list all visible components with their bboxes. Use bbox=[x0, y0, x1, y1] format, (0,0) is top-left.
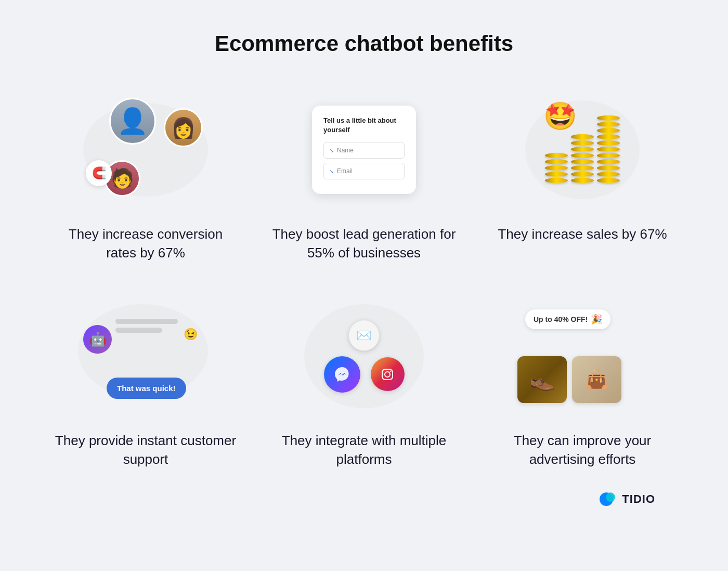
instagram-icon bbox=[371, 357, 405, 391]
card-text-advertising: They can improve your advertising effort… bbox=[489, 431, 676, 469]
email-platform: ✉️ bbox=[348, 320, 380, 351]
card-platforms: ✉️ bbox=[270, 294, 458, 469]
card-conversion: 👤 👩 🧑 🧲 They increase conversion rates b… bbox=[52, 87, 239, 263]
card-text-platforms: They integrate with multiple platforms bbox=[270, 431, 458, 469]
avatar-male: 👤 bbox=[109, 98, 156, 145]
social-platforms-row bbox=[324, 356, 405, 393]
field-arrow-icon: ↘ bbox=[329, 147, 334, 154]
promo-text: Up to 40% OFF! bbox=[534, 315, 588, 323]
form-title: Tell us a little bit about yourself bbox=[323, 116, 405, 135]
promo-badge: Up to 40% OFF! 🎉 bbox=[525, 309, 610, 329]
page-title: Ecommerce chatbot benefits bbox=[215, 31, 513, 56]
shoe-icon: 👞 bbox=[517, 356, 567, 403]
magnet-icon: 🧲 bbox=[86, 160, 112, 186]
tidio-name: TIDIO bbox=[622, 492, 655, 506]
bag-icon: 👜 bbox=[572, 356, 621, 403]
coin-pile-medium bbox=[571, 134, 594, 184]
field-arrow-icon-2: ↘ bbox=[329, 168, 334, 175]
wink-emoji: 😉 bbox=[184, 328, 198, 341]
people-cluster: 👤 👩 🧑 🧲 bbox=[78, 93, 213, 207]
avatar-female-1: 👩 bbox=[164, 108, 203, 147]
coins-illustration: 🤩 bbox=[515, 93, 650, 207]
tidio-icon bbox=[599, 490, 618, 509]
messenger-icon bbox=[324, 356, 360, 393]
card-text-lead-gen: They boost lead generation for 55% of bu… bbox=[270, 225, 458, 263]
card-lead-gen: Tell us a little bit about yourself ↘ Na… bbox=[270, 87, 458, 263]
platforms-icons-container: ✉️ bbox=[296, 299, 432, 413]
platform-icons-group: ✉️ bbox=[324, 320, 405, 393]
card-sales: 🤩 bbox=[489, 87, 676, 263]
card-advertising: Up to 40% OFF! 🎉 👞 👜 They can improve yo… bbox=[489, 294, 676, 469]
chat-illustration: 🤖 😉 That was quick! bbox=[73, 299, 218, 413]
product-images: 👞 👜 bbox=[517, 356, 621, 403]
chat-lines bbox=[115, 319, 178, 336]
illustration-sales: 🤩 bbox=[510, 87, 655, 212]
chatbot-avatar: 🤖 bbox=[83, 325, 112, 354]
illustration-support: 🤖 😉 That was quick! bbox=[73, 294, 218, 419]
tidio-logo: TIDIO bbox=[599, 490, 655, 509]
illustration-conversion: 👤 👩 🧑 🧲 bbox=[73, 87, 218, 212]
illustration-advertising: Up to 40% OFF! 🎉 👞 👜 bbox=[510, 294, 655, 419]
chat-bubble: That was quick! bbox=[107, 378, 186, 399]
form-widget: Tell us a little bit about yourself ↘ Na… bbox=[312, 106, 416, 194]
name-label: Name bbox=[337, 147, 354, 154]
benefits-grid: 👤 👩 🧑 🧲 They increase conversion rates b… bbox=[52, 87, 676, 469]
advert-illustration: Up to 40% OFF! 🎉 👞 👜 bbox=[510, 299, 655, 413]
coin-pile-tall bbox=[597, 115, 620, 184]
star-emoji: 🤩 bbox=[543, 100, 577, 132]
product-bag-image: 👜 bbox=[572, 356, 621, 403]
card-text-support: They provide instant customer support bbox=[52, 431, 239, 469]
card-text-sales: They increase sales by 67% bbox=[498, 225, 667, 243]
email-label: Email bbox=[337, 167, 353, 175]
form-field-name[interactable]: ↘ Name bbox=[323, 142, 405, 159]
product-shoe-image: 👞 bbox=[517, 356, 567, 403]
email-icon: ✉️ bbox=[348, 320, 380, 351]
party-emoji: 🎉 bbox=[591, 314, 602, 325]
svg-point-2 bbox=[390, 370, 392, 372]
svg-point-4 bbox=[606, 492, 615, 502]
card-text-conversion: They increase conversion rates by 67% bbox=[52, 225, 239, 263]
svg-point-1 bbox=[385, 372, 390, 377]
card-support: 🤖 😉 That was quick! They provide instant… bbox=[52, 294, 239, 469]
illustration-platforms: ✉️ bbox=[291, 294, 437, 419]
illustration-lead-gen: Tell us a little bit about yourself ↘ Na… bbox=[291, 87, 437, 212]
coin-pile-short bbox=[545, 153, 568, 184]
form-field-email[interactable]: ↘ Email bbox=[323, 163, 405, 179]
